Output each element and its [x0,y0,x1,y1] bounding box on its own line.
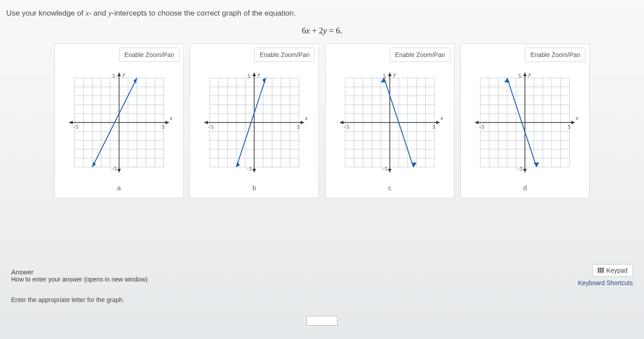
svg-text:x: x [575,115,578,121]
question-text: Use your knowledge of x- and y-intercept… [4,9,640,18]
svg-text:5: 5 [518,73,521,79]
svg-text:x: x [440,115,443,121]
tick-pos5: 5 [162,124,165,130]
svg-marker-132 [504,78,510,82]
q-prefix: Use your knowledge of [6,9,86,17]
answer-input[interactable] [306,316,338,326]
svg-text:y: y [393,71,396,78]
svg-marker-87 [340,121,343,124]
zoom-button-d[interactable]: Enable Zoom/Pan [525,48,586,62]
chart-b: −555−5 yx [198,69,310,176]
svg-marker-121 [571,121,575,124]
answer-title: Answer [11,268,148,276]
svg-text:5: 5 [433,124,435,130]
svg-marker-98 [411,163,417,167]
zoom-button-c[interactable]: Enable Zoom/Pan [390,48,450,62]
eq-b: 2 [319,26,323,35]
svg-marker-88 [388,73,392,76]
graph-label-a: a [117,184,121,192]
eq-c: 6. [336,26,342,35]
eq-y: y [323,26,326,35]
svg-marker-24 [117,73,121,76]
keyboard-shortcuts-link[interactable]: Keyboard Shortcuts [578,279,633,286]
equation: 6x + 2y = 6. [4,26,640,36]
svg-marker-23 [69,121,73,124]
eq-x: x [306,26,310,35]
chart-a: −5 5 5 −5 y x [63,69,175,176]
graph-panel-b: Enable Zoom/Pan −555−5 yx [190,44,319,198]
axis-y-label: y [122,71,125,78]
svg-text:−5: −5 [517,166,523,172]
svg-marker-123 [523,73,527,76]
svg-marker-51 [301,121,304,124]
tick-top5: 5 [112,73,115,79]
graph-panel-d: Enable Zoom/Pan −555−5 yx [460,44,590,198]
svg-marker-86 [436,121,440,124]
graph-label-d: d [523,184,527,192]
tick-neg5: −5 [73,124,78,130]
svg-text:y: y [257,71,260,78]
graph-label-c: c [388,184,392,192]
svg-marker-54 [252,169,256,172]
graph-panel-a: Enable Zoom/Pan [54,44,184,198]
q-mid1: - and [89,9,108,17]
svg-text:x: x [305,115,308,121]
graph-panel-c: Enable Zoom/Pan −555−5 yx [325,44,454,198]
chart-d: −555−5 yx [469,69,581,176]
svg-text:5: 5 [248,73,250,79]
eq-eq: = [327,26,336,35]
zoom-button-b[interactable]: Enable Zoom/Pan [254,48,315,62]
keypad-button[interactable]: Keypad [592,264,633,277]
chart-c: −555−5 yx [334,69,446,176]
eq-plus: + [310,26,319,35]
plot-c[interactable]: −555−5 yx [332,65,448,180]
svg-text:y: y [528,71,531,78]
svg-text:−5: −5 [479,124,484,130]
enter-letter-text: Enter the appropriate letter for the gra… [11,296,633,303]
keypad-icon [598,268,604,273]
zoom-button-a[interactable]: Enable Zoom/Pan [119,48,180,62]
svg-marker-52 [204,121,208,124]
eq-a: 6 [302,26,306,35]
axis-x-label: x [169,115,173,121]
svg-text:−5: −5 [343,124,349,130]
plot-a[interactable]: −5 5 5 −5 y x [61,65,177,180]
svg-text:−5: −5 [246,166,252,172]
svg-marker-89 [388,169,392,172]
svg-text:5: 5 [568,124,570,130]
answer-hint-link[interactable]: How to enter your answer (opens in new w… [11,276,148,283]
plot-d[interactable]: −555−5 yx [467,65,583,180]
svg-marker-122 [475,121,479,124]
svg-text:−5: −5 [382,166,388,172]
q-mid2: -intercepts to choose the correct graph … [111,9,296,17]
svg-text:5: 5 [297,124,300,130]
svg-marker-22 [165,121,169,124]
svg-text:−5: −5 [208,124,214,130]
tick-bot5: −5 [111,166,117,172]
graph-label-b: b [252,184,256,192]
graph-row: Enable Zoom/Pan [4,44,640,198]
svg-marker-25 [117,169,121,172]
plot-b[interactable]: −555−5 yx [196,65,312,180]
keypad-label: Keypad [607,267,627,274]
svg-marker-124 [523,169,527,172]
answer-section: Answer How to enter your answer (opens i… [11,264,633,326]
svg-marker-53 [252,73,256,76]
svg-marker-133 [534,163,539,167]
